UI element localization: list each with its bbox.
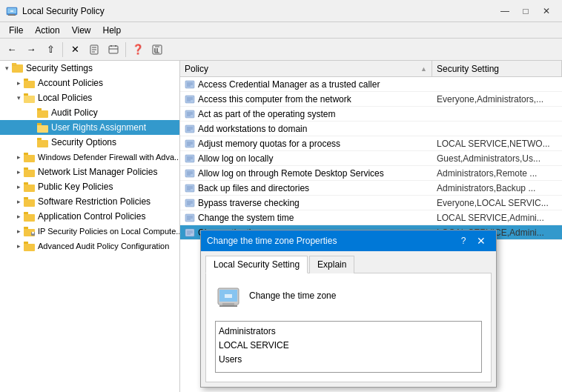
modal-list-item-2: Users — [219, 353, 478, 367]
modal-tabs: Local Security Setting Explain — [201, 251, 496, 273]
modal-policy-name: Change the time zone — [249, 290, 336, 301]
modal-list-item-0: Administrators — [219, 325, 478, 339]
modal-help-button[interactable]: ? — [454, 233, 472, 249]
modal-header-row: Change the time zone — [215, 282, 482, 309]
modal-title: Change the time zone Properties — [207, 236, 454, 246]
modal-tab-local-security[interactable]: Local Security Setting — [205, 256, 308, 273]
modal-list-item-1: LOCAL SERVICE — [219, 339, 478, 353]
modal-dialog: Change the time zone Properties ? ✕ Loca… — [200, 230, 497, 388]
modal-close-button[interactable]: ✕ — [472, 233, 490, 249]
svg-rect-107 — [225, 294, 232, 298]
modal-overlay: Change the time zone Properties ? ✕ Loca… — [0, 0, 562, 392]
modal-tab-explain[interactable]: Explain — [309, 256, 354, 273]
modal-policy-icon — [215, 282, 242, 309]
modal-list-box[interactable]: Administrators LOCAL SERVICE Users — [215, 321, 482, 373]
svg-rect-106 — [219, 305, 237, 307]
modal-content: Change the time zone Administrators LOCA… — [205, 273, 492, 382]
modal-title-bar: Change the time zone Properties ? ✕ — [201, 230, 496, 251]
